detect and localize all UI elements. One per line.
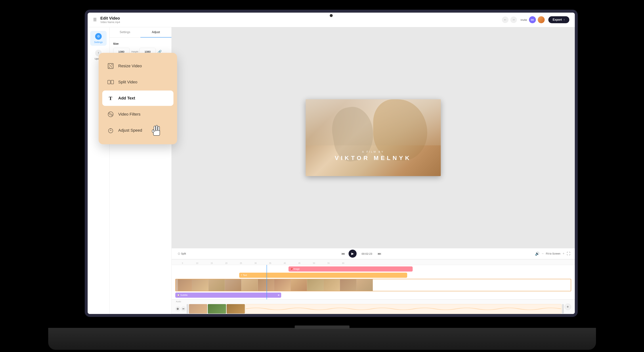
film-strip: [176, 279, 571, 291]
ruler-40: 40: [278, 262, 292, 264]
filters-icon: [107, 110, 115, 118]
image-track-label: Image: [294, 268, 300, 270]
panel-tabs: Settings Adjust: [110, 27, 172, 38]
export-button[interactable]: Export ↑: [548, 16, 569, 23]
menu-item-resize[interactable]: Resize Video: [102, 58, 174, 74]
settings-label: Settings: [94, 41, 103, 44]
add-track-button[interactable]: +: [564, 303, 571, 310]
skip-forward-button[interactable]: ⏭: [377, 251, 382, 257]
video-frame: A FILM BY VIKTOR MELNYK: [306, 99, 441, 176]
invite-section: Invite SK: [520, 16, 545, 23]
resize-label: Resize Video: [118, 64, 142, 68]
subtitle-track-icon: 📋: [177, 294, 180, 296]
tab-adjust[interactable]: Adjust: [140, 27, 172, 38]
track-text-row: T Text: [175, 272, 571, 278]
export-icon: ↑: [564, 18, 565, 21]
svg-point-5: [109, 113, 110, 114]
audio-scissors-icon[interactable]: ✂: [181, 306, 186, 311]
nav-arrows: ← →: [502, 17, 517, 23]
subtitle-track-label: Subtitle: [180, 294, 188, 296]
forward-button[interactable]: →: [510, 17, 517, 23]
ruler-5: 5: [175, 262, 190, 264]
svg-rect-2: [111, 80, 114, 84]
audio-thumb-2: [208, 304, 226, 314]
audio-thumbnails: ⚙ ✂: [175, 304, 564, 314]
track-subtitle-clip[interactable]: 📋 Subtitle: [175, 293, 281, 298]
laptop-screen: ☰ Edit Video Video Name.mp4 ← → Invite S…: [85, 10, 578, 317]
menu-item-speed[interactable]: Adjust Speed: [102, 123, 174, 138]
audio-settings-icon[interactable]: ⚙: [175, 306, 180, 311]
track-video-clip[interactable]: ✂: [175, 279, 571, 291]
video-clip-left-handle[interactable]: [176, 279, 178, 291]
audio-thumb-3: [226, 304, 245, 314]
playhead-arrow: [265, 265, 268, 265]
audio-left-handle[interactable]: [186, 304, 188, 314]
ruler-60: 60: [336, 262, 350, 264]
video-container: A FILM BY VIKTOR MELNYK: [172, 27, 575, 248]
track-image-row: 📌 Image: [175, 266, 571, 272]
split-button[interactable]: ⬡ Split: [176, 251, 188, 256]
subtitle-end-marker: [278, 294, 279, 296]
ruler-25: 25: [234, 262, 248, 264]
ruler-20: 20: [219, 262, 234, 264]
video-overlay-text: A FILM BY VIKTOR MELNYK: [306, 150, 441, 161]
split-label: Split: [181, 252, 186, 255]
track-text-clip[interactable]: T Text: [239, 273, 407, 278]
ruler-35: 35: [263, 262, 278, 264]
audio-right-handle[interactable]: [562, 304, 564, 314]
menu-item-split[interactable]: Split Video: [102, 74, 174, 90]
add-text-label: Add Text: [118, 96, 135, 101]
ruler-50: 50: [307, 262, 321, 264]
text-track-label: Text: [243, 274, 247, 276]
split-icon: ⬡: [178, 252, 180, 255]
sidebar-item-settings[interactable]: ⚙ Settings: [90, 31, 107, 46]
invite-label: Invite: [520, 18, 527, 21]
overlay-menu: Resize Video Split Video T Add Text: [98, 53, 177, 144]
ruler-45: 45: [292, 262, 307, 264]
file-name: Video Name.mp4: [100, 21, 498, 24]
audio-clip-main: [246, 304, 562, 314]
fullscreen-button[interactable]: ⛶: [567, 252, 570, 256]
split-menu-label: Split Video: [118, 80, 138, 84]
track-image-clip[interactable]: 📌 Image: [288, 266, 413, 272]
tab-settings[interactable]: Settings: [110, 27, 140, 38]
height-label: Height: [132, 50, 138, 53]
ruler-15: 15: [204, 262, 219, 264]
time-display: 00:02:23: [360, 252, 374, 255]
laptop-hinge: [295, 325, 350, 329]
text-track-icon: T: [241, 274, 242, 276]
filters-label: Video Filters: [118, 112, 140, 117]
plus-icon[interactable]: +: [562, 252, 564, 256]
video-controls: ⬡ Split ⏮ ▶ 00:02:23 ⏭ 🔊 − Fit to: [172, 248, 575, 259]
minus-icon[interactable]: −: [542, 252, 544, 256]
playhead[interactable]: [266, 265, 267, 299]
menu-icon[interactable]: ☰: [93, 17, 97, 22]
menu-item-filters[interactable]: Video Filters: [102, 107, 174, 122]
ruler-10: 10: [190, 262, 204, 264]
play-button[interactable]: ▶: [348, 250, 356, 258]
volume-icon[interactable]: 🔊: [535, 251, 540, 256]
menu-item-add-text[interactable]: T Add Text: [102, 91, 174, 106]
settings-icon: ⚙: [95, 33, 102, 40]
split-menu-icon: [107, 78, 115, 86]
ruler-55: 55: [321, 262, 336, 264]
skip-back-button[interactable]: ⏮: [340, 251, 346, 257]
film-by-text: A FILM BY: [306, 150, 441, 153]
speed-icon: [107, 126, 115, 134]
audio-thumb-1: [189, 304, 207, 314]
ruler-line: 5 10 15 20 25 30 35 40 45 50 55: [175, 260, 571, 264]
timeline-bottom: Audio ⚙ ✂: [172, 299, 575, 314]
fit-screen-button[interactable]: Fit to Screen: [546, 252, 560, 255]
svg-point-6: [111, 114, 112, 116]
svg-text:T: T: [109, 95, 112, 101]
video-preview-area: A FILM BY VIKTOR MELNYK ⬡ Split ⏮: [172, 27, 575, 314]
timeline-area: 5 10 15 20 25 30 35 40 45 50 55: [172, 259, 575, 314]
audio-label: Audio: [176, 300, 181, 303]
resize-icon: [107, 62, 115, 70]
track-subtitle-row: 📋 Subtitle: [175, 292, 571, 298]
audio-section: Audio ⚙ ✂: [172, 299, 575, 314]
user-avatar-sk: SK: [529, 16, 536, 23]
laptop-base: [48, 328, 596, 350]
back-button[interactable]: ←: [502, 17, 508, 23]
title-section: Edit Video Video Name.mp4: [100, 16, 498, 24]
